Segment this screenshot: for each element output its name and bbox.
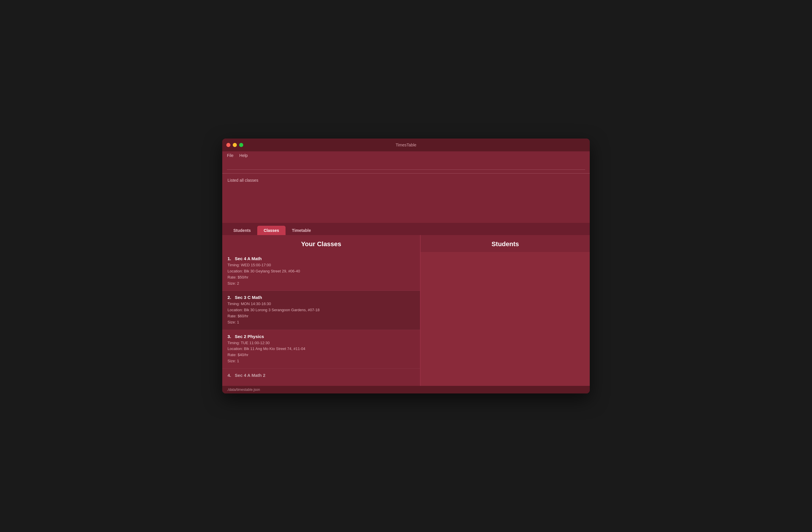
class-timing-2: Timing: MON 14:30-16:30 — [228, 301, 415, 307]
title-bar: TimesTable — [222, 139, 590, 152]
class-timing-3: Timing: TUE 11:00-12:30 — [228, 340, 415, 346]
class-timing-1: Timing: WED 15:00-17:00 — [228, 262, 415, 268]
menu-bar: File Help — [222, 152, 590, 160]
class-rate-2: Rate: $60/hr — [228, 313, 415, 319]
class-location-3: Location: Blk 11 Ang Mo Kio Street 74, #… — [228, 346, 415, 352]
class-name-2: 2. Sec 3 C Math — [228, 295, 415, 300]
main-content: Your Classes 1. Sec 4 A Math Timing: WED… — [222, 235, 590, 386]
class-location-2: Location: Blk 30 Lorong 3 Serangoon Gard… — [228, 307, 415, 313]
class-size-1: Size: 2 — [228, 281, 415, 287]
menu-file[interactable]: File — [227, 153, 234, 158]
output-text: Listed all classes — [228, 178, 258, 183]
status-text: ./data/timestable.json — [227, 388, 260, 392]
class-size-2: Size: 1 — [228, 319, 415, 326]
output-area: Listed all classes — [222, 173, 590, 223]
classes-list[interactable]: 1. Sec 4 A Math Timing: WED 15:00-17:00 … — [222, 252, 420, 386]
search-bar — [222, 160, 590, 173]
class-location-1: Location: Blk 30 Geylang Street 29, #06-… — [228, 268, 415, 274]
tab-classes[interactable]: Classes — [257, 226, 286, 235]
menu-help[interactable]: Help — [240, 153, 248, 158]
students-content — [421, 252, 590, 386]
students-panel: Students — [421, 235, 590, 386]
tab-students[interactable]: Students — [227, 226, 257, 235]
class-name-3: 3. Sec 2 Physics — [228, 334, 415, 339]
status-bar: ./data/timestable.json — [222, 386, 590, 393]
class-name-1: 1. Sec 4 A Math — [228, 256, 415, 261]
class-rate-1: Rate: $50/hr — [228, 274, 415, 281]
class-item-4[interactable]: 4. Sec 4 A Math 2 — [222, 369, 420, 383]
class-rate-3: Rate: $40/hr — [228, 352, 415, 358]
class-size-3: Size: 1 — [228, 358, 415, 364]
classes-panel: Your Classes 1. Sec 4 A Math Timing: WED… — [222, 235, 421, 386]
close-button[interactable] — [226, 143, 230, 147]
maximize-button[interactable] — [239, 143, 243, 147]
class-item-2[interactable]: 2. Sec 3 C Math Timing: MON 14:30-16:30 … — [222, 291, 420, 330]
window-controls — [226, 143, 243, 147]
classes-panel-title: Your Classes — [222, 235, 420, 252]
tab-timetable[interactable]: Timetable — [286, 226, 317, 235]
minimize-button[interactable] — [233, 143, 237, 147]
tabs-bar: Students Classes Timetable — [222, 223, 590, 235]
app-window: TimesTable File Help Listed all classes … — [222, 139, 590, 393]
class-name-4: 4. Sec 4 A Math 2 — [228, 373, 415, 378]
window-title: TimesTable — [395, 143, 416, 147]
class-item-3[interactable]: 3. Sec 2 Physics Timing: TUE 11:00-12:30… — [222, 330, 420, 369]
search-input[interactable] — [227, 162, 585, 170]
students-panel-title: Students — [421, 235, 590, 252]
class-item-1[interactable]: 1. Sec 4 A Math Timing: WED 15:00-17:00 … — [222, 252, 420, 291]
